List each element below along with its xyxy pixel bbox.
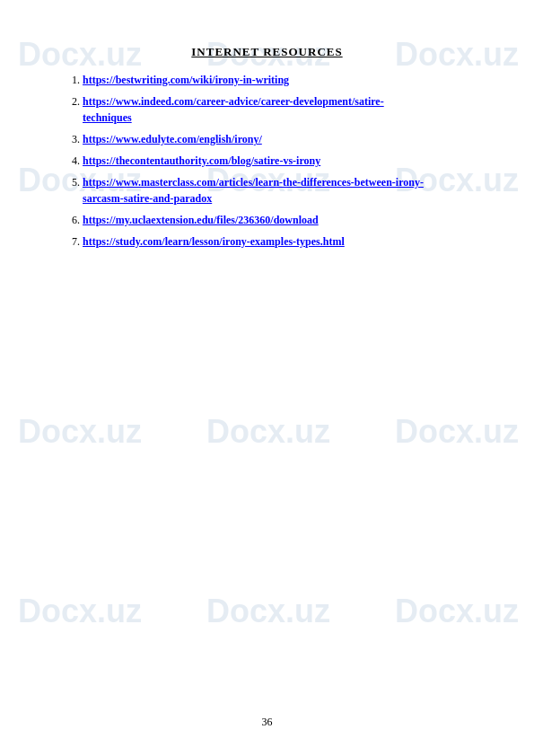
watermark-12: Docx.uz <box>395 593 519 630</box>
link-2[interactable]: https://www.indeed.com/career-advice/car… <box>83 95 384 124</box>
list-item: https://study.com/learn/lesson/irony-exa… <box>83 233 469 250</box>
main-content: INTERNET RESOURCES https://bestwriting.c… <box>0 0 534 300</box>
watermark-8: Docx.uz <box>206 413 330 451</box>
link-1[interactable]: https://bestwriting.com/wiki/irony-in-wr… <box>83 74 289 86</box>
list-item: https://www.edulyte.com/english/irony/ <box>83 131 469 147</box>
watermark-9: Docx.uz <box>395 413 519 451</box>
list-item: https://bestwriting.com/wiki/irony-in-wr… <box>83 72 469 88</box>
link-6[interactable]: https://my.uclaextension.edu/files/23636… <box>83 214 319 226</box>
resources-list: https://bestwriting.com/wiki/irony-in-wr… <box>65 72 469 250</box>
section-title: INTERNET RESOURCES <box>65 45 469 59</box>
watermark-7: Docx.uz <box>18 413 142 451</box>
link-7[interactable]: https://study.com/learn/lesson/irony-exa… <box>83 235 345 248</box>
list-item: https://my.uclaextension.edu/files/23636… <box>83 212 469 228</box>
watermark-10: Docx.uz <box>18 593 142 630</box>
list-item: https://www.indeed.com/career-advice/car… <box>83 93 469 126</box>
list-item: https://www.masterclass.com/articles/lea… <box>83 174 469 207</box>
link-3[interactable]: https://www.edulyte.com/english/irony/ <box>83 133 262 145</box>
link-5[interactable]: https://www.masterclass.com/articles/lea… <box>83 176 424 205</box>
link-4[interactable]: https://thecontentauthority.com/blog/sat… <box>83 154 320 167</box>
list-item: https://thecontentauthority.com/blog/sat… <box>83 153 469 169</box>
page-number: 36 <box>262 716 273 729</box>
watermark-11: Docx.uz <box>206 593 330 630</box>
